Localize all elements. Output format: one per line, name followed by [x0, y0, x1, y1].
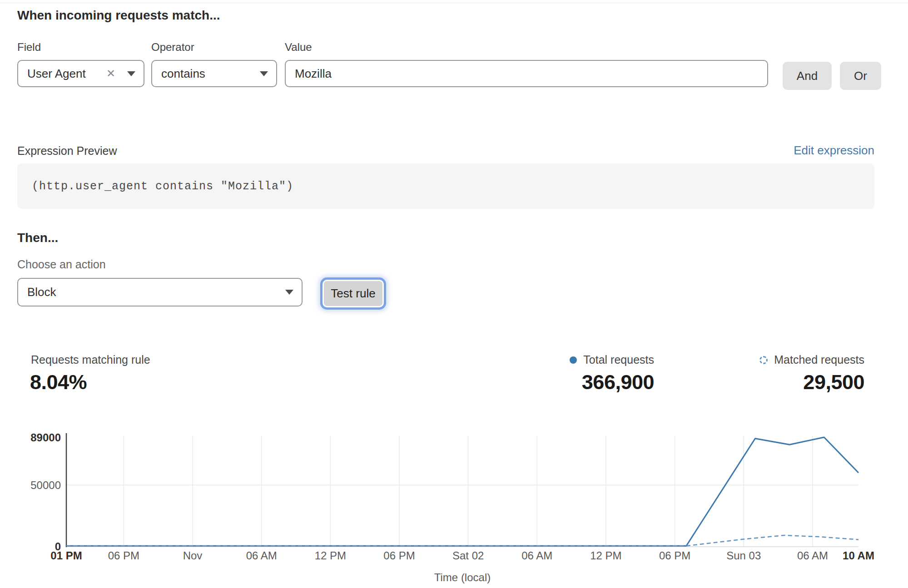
x-tick-label: 06 PM: [108, 549, 139, 562]
x-tick-label: Sun 03: [726, 549, 761, 562]
or-button[interactable]: Or: [840, 62, 881, 90]
operator-label: Operator: [151, 41, 194, 54]
firewall-rule-editor: When incoming requests match... Field Op…: [0, 0, 908, 588]
field-select-value: User Agent: [27, 67, 106, 81]
field-select[interactable]: User Agent ✕: [17, 60, 144, 87]
x-tick-label: 06 PM: [659, 549, 690, 562]
expression-preview-label: Expression Preview: [17, 144, 117, 158]
legend-matched-requests: Matched requests: [759, 353, 864, 366]
page-title: When incoming requests match...: [17, 8, 220, 23]
chevron-down-icon: [285, 290, 293, 295]
x-tick-label: 12 PM: [590, 549, 621, 562]
total-requests-value: 366,900: [582, 371, 654, 394]
series-solid-line: [66, 437, 858, 546]
chevron-down-icon: [260, 71, 268, 76]
expression-code-block: (http.user_agent contains "Mozilla"): [17, 163, 874, 209]
x-tick-label: Sat 02: [452, 549, 484, 562]
y-tick-label: 89000: [30, 431, 61, 444]
matched-requests-value: 29,500: [803, 371, 864, 394]
legend-total-requests: Total requests: [570, 353, 654, 366]
top-divider: [0, 3, 908, 3]
solid-dot-icon: [570, 356, 577, 364]
value-input[interactable]: [285, 60, 768, 87]
x-tick-label: 06 AM: [521, 549, 552, 562]
choose-action-label: Choose an action: [17, 258, 106, 271]
x-tick-label: Nov: [183, 549, 203, 562]
x-tick-label: 06 AM: [246, 549, 277, 562]
action-select-value: Block: [27, 285, 285, 299]
x-tick-label: 12 PM: [315, 549, 346, 562]
matching-rule-value: 8.04%: [30, 371, 87, 394]
field-label: Field: [17, 41, 41, 54]
and-button[interactable]: And: [783, 62, 832, 90]
operator-select-value: contains: [161, 67, 260, 81]
then-heading: Then...: [17, 231, 58, 245]
expression-code: (http.user_agent contains "Mozilla"): [32, 180, 293, 193]
x-tick-label: 10 AM: [843, 549, 874, 562]
x-axis-title: Time (local): [434, 571, 491, 583]
requests-time-series-chart: 0500008900001 PM06 PMNov06 AM12 PM06 PMS…: [0, 422, 908, 588]
x-tick-label: 01 PM: [50, 549, 82, 562]
y-tick-label: 50000: [30, 479, 61, 491]
matching-rule-label: Requests matching rule: [31, 353, 150, 366]
clear-field-icon[interactable]: ✕: [106, 68, 115, 79]
test-rule-button[interactable]: Test rule: [324, 281, 382, 306]
series-dashed-line: [66, 535, 858, 546]
total-requests-label: Total requests: [583, 353, 654, 366]
action-select[interactable]: Block: [17, 278, 303, 306]
x-tick-label: 06 PM: [383, 549, 415, 562]
operator-select[interactable]: contains: [151, 60, 277, 87]
dashed-circle-icon: [759, 356, 768, 364]
x-tick-label: 06 AM: [797, 549, 828, 562]
chevron-down-icon: [127, 71, 135, 76]
edit-expression-link[interactable]: Edit expression: [794, 143, 874, 158]
value-label: Value: [285, 41, 312, 54]
matched-requests-label: Matched requests: [774, 353, 864, 366]
